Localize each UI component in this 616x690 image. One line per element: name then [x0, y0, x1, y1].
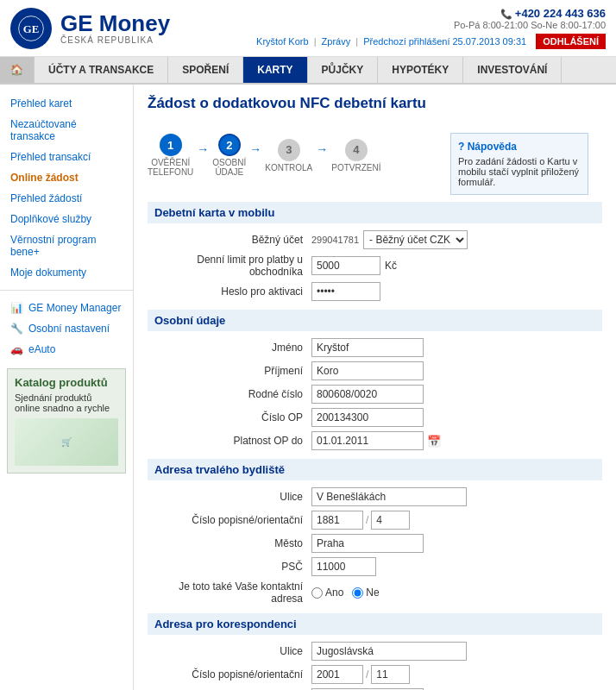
arrow-3: →: [316, 142, 328, 168]
rodne-cislo-label: Rodné číslo: [148, 388, 311, 400]
koresp-cislo-label: Číslo popisné/orientační: [148, 668, 311, 681]
sidebar-item-vernostni[interactable]: Věrnostní program bene+: [0, 229, 133, 262]
catalog-desc: Sjednání produktů online snadno a rychle: [15, 392, 118, 413]
step-2: 2 OSOBNÍÚDAJE: [212, 134, 246, 177]
kontaktni-row: Je toto také Vaše kontaktní adresa Ano N…: [148, 580, 602, 605]
brand-name: GE Money: [60, 11, 170, 36]
radio-ano-input[interactable]: [311, 587, 323, 599]
heslo-row: Heslo pro aktivaci: [148, 282, 602, 301]
header: GE GE Money ČESKÁ REPUBLIKA 📞 +420 224 4…: [0, 0, 616, 57]
koresp-section-title: Adresa pro korespondenci: [148, 613, 602, 635]
sidebar-item-online-zadost[interactable]: Online žádost: [0, 167, 133, 188]
cislo-op-row: Číslo OP: [148, 408, 602, 427]
asistent-info: 📞 +420 224 443 636 Po-Pá 8:00-21:00 So-N…: [256, 7, 606, 30]
sidebar-tool-eauto[interactable]: 🚗 eAuto: [0, 339, 133, 360]
prijmeni-label: Příjmení: [148, 365, 311, 377]
user-link[interactable]: Kryštof Korb: [256, 36, 309, 47]
asistent-hours: Po-Pá 8:00-21:00 So-Ne 8:00-17:00: [454, 20, 606, 30]
radio-ano[interactable]: Ano: [311, 586, 343, 599]
bezny-ucet-select[interactable]: - Běžný účet CZK: [363, 230, 468, 249]
zpravy-link[interactable]: Zprávy: [322, 36, 351, 47]
cislo-op-label: Číslo OP: [148, 411, 311, 423]
nav-investovani[interactable]: INVESTOVÁNÍ: [463, 57, 562, 83]
prijmeni-input[interactable]: [311, 361, 424, 380]
sidebar-tool-nastaveni[interactable]: 🔧 Osobní nastavení: [0, 318, 133, 339]
help-box: ? Nápověda Pro zadání žádosti o Kartu v …: [450, 133, 588, 195]
step-2-label: OSOBNÍÚDAJE: [212, 158, 246, 177]
bezny-ucet-row: Běžný účet 299041781 - Běžný účet CZK: [148, 230, 602, 249]
nav-home[interactable]: 🏠: [0, 57, 35, 83]
slash-separator: /: [366, 514, 368, 526]
sidebar-divider: [0, 290, 133, 291]
denni-limit-input[interactable]: 5000: [311, 256, 380, 275]
main-navigation: 🏠 ÚČTY A TRANSAKCE SPOŘENÍ KARTY PŮJČKY …: [0, 57, 616, 85]
nav-karty[interactable]: KARTY: [243, 57, 307, 83]
calendar-icon[interactable]: 📅: [427, 435, 441, 448]
sidebar-item-prehled-karet[interactable]: Přehled karet: [0, 93, 133, 114]
adresa-section-title: Adresa trvalého bydliště: [148, 459, 602, 480]
step-4-circle: 4: [345, 139, 368, 161]
mesto-row: Město: [148, 534, 602, 553]
radio-ne-input[interactable]: [352, 587, 363, 599]
arrow-2: →: [249, 142, 261, 168]
steps-indicator: 1 OVĚŘENÍTELEFONU → 2 OSOBNÍÚDAJE → 3 KO…: [148, 124, 602, 186]
help-title: ? Nápověda: [458, 141, 581, 153]
logout-button[interactable]: ODHLÁŠENÍ: [536, 34, 606, 49]
cislo-popisne-row: Číslo popisné/orientační /: [148, 511, 602, 530]
sidebar-item-prehled-zadosti[interactable]: Přehled žádostí: [0, 188, 133, 209]
step-3: 3 KONTROLA: [265, 139, 312, 172]
debetni-section-title: Debetní karta v mobilu: [148, 202, 602, 223]
sidebar-item-nezauctovane[interactable]: Nezaúčtované transakce: [0, 114, 133, 147]
sidebar-tool-manager-label: GE Money Manager: [28, 302, 121, 314]
jmeno-row: Jméno: [148, 338, 602, 357]
cislo-popisne-input[interactable]: [311, 511, 363, 530]
platnost-op-input[interactable]: [311, 431, 424, 450]
ulice-input[interactable]: [311, 487, 467, 506]
radio-ne[interactable]: Ne: [352, 586, 379, 599]
cislo-orient-input[interactable]: [371, 511, 410, 530]
manager-icon: 📊: [10, 302, 23, 314]
heslo-input[interactable]: [311, 282, 380, 301]
nav-sporeni[interactable]: SPOŘENÍ: [168, 57, 243, 83]
nav-pujcky[interactable]: PŮJČKY: [308, 57, 379, 83]
jmeno-input[interactable]: [311, 338, 424, 357]
rodne-cislo-input[interactable]: [311, 385, 424, 404]
rodne-cislo-row: Rodné číslo: [148, 385, 602, 404]
cislo-popisne-label: Číslo popisné/orientační: [148, 514, 311, 526]
cislo-op-input[interactable]: [311, 408, 424, 427]
denni-limit-row: Denní limit pro platby u obchodníka 5000…: [148, 254, 602, 278]
nav-hypoteky[interactable]: HYPOTÉKY: [378, 57, 463, 83]
sidebar-tool-manager[interactable]: 📊 GE Money Manager: [0, 298, 133, 318]
prijmeni-row: Příjmení: [148, 361, 602, 380]
nav-ucty[interactable]: ÚČTY A TRANSAKCE: [35, 57, 168, 83]
ucet-number: 299041781: [311, 235, 359, 245]
koresp-ulice-label: Ulice: [148, 645, 311, 657]
help-text: Pro zadání žádosti o Kartu v mobilu stač…: [458, 156, 581, 187]
step-2-circle: 2: [218, 134, 241, 156]
asistent-phone: +420 224 443 636: [515, 7, 606, 20]
kc-label: Kč: [385, 260, 397, 272]
koresp-ulice-input[interactable]: [311, 642, 467, 661]
jmeno-label: Jméno: [148, 342, 311, 354]
radio-ano-label: Ano: [325, 586, 343, 599]
main-content: Žádost o dodatkovou NFC debetní kartu 1 …: [134, 85, 616, 690]
mesto-label: Město: [148, 537, 311, 549]
content-area: Přehled karet Nezaúčtované transakce Pře…: [0, 85, 616, 690]
ge-logo: GE: [10, 8, 52, 49]
platnost-op-label: Platnost OP do: [148, 435, 311, 447]
sidebar-item-dokumenty[interactable]: Moje dokumenty: [0, 262, 133, 283]
header-right: 📞 +420 224 443 636 Po-Pá 8:00-21:00 So-N…: [256, 7, 606, 49]
sidebar-item-prehled-transakci[interactable]: Přehled transakcí: [0, 147, 133, 167]
step-1-circle: 1: [160, 134, 182, 156]
sidebar-tool-nastaveni-label: Osobní nastavení: [28, 323, 110, 335]
koresp-cislo-popisne-input[interactable]: [311, 665, 363, 684]
predchozi-link[interactable]: Předchozí přihlášení 25.07.2013 09:31: [363, 36, 526, 47]
koresp-cislo-orient-input[interactable]: [371, 665, 410, 684]
sidebar-item-doplnkove[interactable]: Doplňkové služby: [0, 209, 133, 229]
catalog-box[interactable]: Katalog produktů Sjednání produktů onlin…: [7, 368, 126, 474]
mesto-input[interactable]: [311, 534, 424, 553]
step-3-label: KONTROLA: [265, 163, 312, 172]
brand-sub: ČESKÁ REPUBLIKA: [60, 35, 170, 45]
psc-input[interactable]: [311, 557, 376, 576]
step-1: 1 OVĚŘENÍTELEFONU: [148, 134, 193, 177]
